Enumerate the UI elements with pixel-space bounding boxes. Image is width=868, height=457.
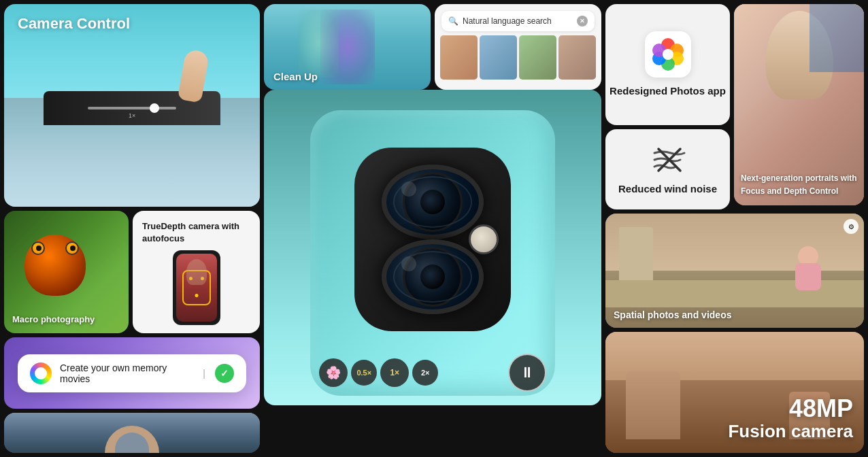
- person-body: [795, 263, 821, 290]
- wall: [605, 280, 864, 307]
- zoom-05-label: 0.5×: [356, 369, 371, 377]
- search-text: Natural language search: [463, 16, 573, 26]
- truedepth-content: TrueDepth camera with autofocus: [133, 211, 260, 333]
- spatial-ui: ⚙: [844, 219, 858, 234]
- frog-eye-left: [31, 241, 45, 255]
- memory-movies-content: Create your own memory movies | ✓: [4, 337, 260, 409]
- camera-slider-bar: 1×: [88, 107, 176, 109]
- fusion-camera-cell: 48MP Fusion camera: [605, 332, 864, 453]
- cleanup-label-container: Clean Up: [273, 71, 318, 83]
- fusion-name: Fusion camera: [728, 421, 853, 442]
- lens-bottom: [382, 239, 484, 314]
- cleanup-label: Clean Up: [273, 71, 318, 82]
- portraits-label-container: Next-generation portraits with Focus and…: [741, 171, 857, 197]
- macro-label-container: Macro photography: [12, 313, 95, 325]
- memory-movies-cell: Create your own memory movies | ✓: [4, 337, 260, 409]
- person-head-silhouette: [186, 259, 207, 285]
- search-icon: 🔍: [448, 16, 458, 26]
- portrait-bg-blur: [809, 4, 864, 72]
- memory-text: Create your own memory movies: [60, 362, 195, 384]
- search-bar[interactable]: 🔍 Natural language search ✕: [441, 11, 595, 31]
- search-x-icon: ✕: [580, 18, 585, 24]
- lens-ring-outer: [393, 176, 472, 228]
- photo-3: [519, 35, 556, 80]
- camera-module: [354, 148, 511, 331]
- frog-pupil-right: [70, 246, 76, 251]
- siri-orb: [30, 362, 52, 384]
- fusion-label-container: 48MP Fusion camera: [728, 396, 853, 442]
- photos-icon-svg: [652, 38, 684, 71]
- phone-screen: [176, 254, 217, 322]
- iphone-back: [310, 110, 555, 396]
- search-clear[interactable]: ✕: [577, 16, 588, 27]
- text-cursor: |: [203, 368, 205, 379]
- zoom-1-label: 1×: [390, 368, 399, 377]
- search-area: 🔍 Natural language search ✕: [435, 4, 601, 35]
- person-sitting: [792, 246, 823, 290]
- siri-inner: [35, 367, 47, 379]
- frog-eye-right: [65, 241, 79, 255]
- zoom-2-button[interactable]: 2×: [412, 360, 438, 386]
- fusion-mp: 48MP: [728, 396, 853, 421]
- frog-body: [24, 235, 86, 296]
- camera-slider-thumb: [150, 103, 159, 113]
- reduced-wind-cell: Reduced wind noise: [605, 129, 730, 209]
- phone-mockup: [173, 250, 220, 325]
- photos-app-content: Redesigned Photos app: [605, 4, 730, 125]
- frog-container: [11, 221, 122, 313]
- check-icon: ✓: [220, 368, 229, 379]
- redesigned-photos-cell: Redesigned Photos app: [605, 4, 730, 125]
- spatial-photos-cell: ⚙ Spatial photos and videos: [605, 214, 864, 328]
- zoom-05-button[interactable]: 0.5×: [351, 360, 377, 386]
- frog-pupil-left: [36, 246, 41, 251]
- macro-label: Macro photography: [12, 314, 95, 324]
- svg-point-6: [663, 49, 673, 60]
- portraits-cell: Next-generation portraits with Focus and…: [734, 4, 864, 205]
- camera-control-title: Camera Control: [18, 15, 130, 33]
- monument: [619, 227, 653, 288]
- check-button[interactable]: ✓: [215, 364, 234, 383]
- truedepth-title: TrueDepth camera with autofocus: [142, 220, 250, 245]
- camera-control-cell: Camera Control 1×: [4, 4, 260, 207]
- photos-app-label: Redesigned Photos app: [610, 84, 726, 98]
- photo-4: [558, 35, 596, 80]
- wind-content: Reduced wind noise: [605, 129, 730, 209]
- spatial-label: Spatial photos and videos: [614, 309, 731, 320]
- portraits-label: Next-generation portraits with Focus and…: [741, 173, 857, 196]
- main-layout: Camera Control 1× Clean Up 🔍 Nat: [0, 0, 868, 457]
- truedepth-cell: TrueDepth camera with autofocus: [133, 211, 260, 333]
- wind-icon-svg: [649, 145, 687, 175]
- cleanup-cell: Clean Up: [264, 4, 431, 90]
- camera-bottom-controls: 🌸 0.5× 1× 2× ⏸: [264, 354, 601, 392]
- person-glow-2: [298, 10, 339, 78]
- memory-pill[interactable]: Create your own memory movies | ✓: [18, 354, 246, 392]
- face-dot-3: [195, 294, 198, 297]
- wind-label: Reduced wind noise: [618, 183, 717, 194]
- pause-button[interactable]: ⏸: [508, 354, 546, 392]
- zoom-1-button[interactable]: 1×: [380, 358, 409, 387]
- zoom-2-label: 2×: [421, 369, 430, 377]
- camera-flash: [469, 224, 499, 254]
- bottom-left-photo-cell: [4, 413, 260, 453]
- lens-ring-outer-2: [393, 251, 472, 303]
- photos-app-icon: [645, 31, 691, 78]
- main-camera-cell: 🌸 0.5× 1× 2× ⏸: [264, 90, 601, 405]
- photos-grid: [435, 35, 601, 80]
- natural-search-cell: 🔍 Natural language search ✕: [435, 4, 601, 90]
- settings-icon-spatial[interactable]: ⚙: [844, 219, 858, 234]
- zoom-control-group: 🌸 0.5× 1× 2×: [319, 358, 438, 387]
- wind-icon-container: [649, 145, 687, 177]
- flower-button[interactable]: 🌸: [319, 358, 348, 387]
- rock-1: [626, 371, 680, 439]
- lens-top: [382, 165, 484, 239]
- photo-2: [480, 35, 517, 80]
- photo-1: [440, 35, 478, 80]
- landscape-photo: [4, 413, 260, 453]
- zoom-indicator: 1×: [129, 112, 135, 119]
- macro-cell: Macro photography: [4, 211, 129, 333]
- spatial-label-container: Spatial photos and videos: [614, 309, 731, 321]
